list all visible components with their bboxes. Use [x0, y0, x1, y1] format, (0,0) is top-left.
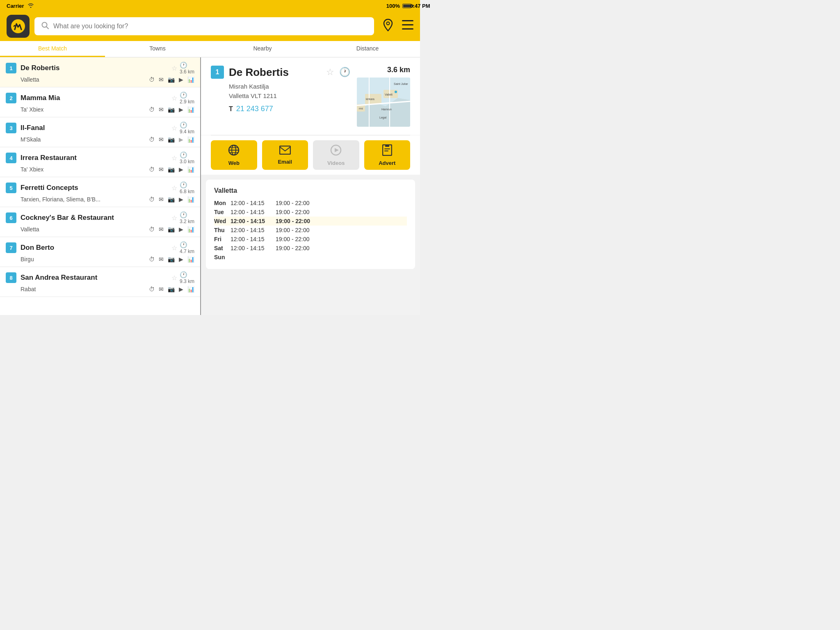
- star-icon[interactable]: ☆: [171, 94, 177, 102]
- item-badge: 2: [6, 93, 16, 103]
- location-icon[interactable]: [382, 18, 394, 34]
- hours-icon[interactable]: ⏱: [149, 226, 155, 233]
- list-item[interactable]: 7 Don Berto ☆ 🕐 4.7 km Birgu ⏱: [0, 237, 200, 267]
- chart-icon[interactable]: 📊: [187, 226, 194, 233]
- advert-button[interactable]: Advert: [364, 140, 411, 170]
- hours-icon[interactable]: ⏱: [149, 166, 155, 173]
- video-icon[interactable]: ▶: [179, 286, 183, 292]
- chart-icon[interactable]: 📊: [187, 166, 194, 173]
- star-icon[interactable]: ☆: [171, 64, 177, 72]
- email-icon[interactable]: ✉: [159, 286, 164, 292]
- email-icon[interactable]: ✉: [159, 136, 164, 143]
- web-label: Web: [228, 160, 240, 166]
- star-icon[interactable]: ☆: [171, 124, 177, 132]
- star-icon[interactable]: ☆: [171, 154, 177, 162]
- chart-icon[interactable]: 📊: [187, 76, 194, 83]
- tab-distance[interactable]: Distance: [315, 41, 420, 57]
- action-buttons: Web Email Videos: [201, 135, 420, 175]
- email-icon[interactable]: ✉: [159, 166, 164, 173]
- hours-open1: [231, 253, 276, 262]
- detail-star-icon[interactable]: ☆: [326, 67, 334, 78]
- video-icon[interactable]: ▶: [179, 196, 183, 203]
- email-button[interactable]: Email: [262, 140, 308, 170]
- photo-icon[interactable]: 📷: [168, 256, 175, 262]
- list-item[interactable]: 6 Cockney's Bar & Restaurant ☆ 🕐 3.2 km …: [0, 207, 200, 237]
- chart-icon[interactable]: 📊: [187, 286, 194, 292]
- video-icon[interactable]: ▶: [179, 136, 183, 143]
- list-item[interactable]: 4 Irrera Restaurant ☆ 🕐 3.0 km Ta' Xbiex: [0, 147, 200, 177]
- video-icon[interactable]: ▶: [179, 256, 183, 262]
- video-icon[interactable]: ▶: [179, 76, 183, 83]
- email-icon[interactable]: ✉: [159, 196, 164, 203]
- videos-button[interactable]: Videos: [313, 140, 359, 170]
- search-input[interactable]: [53, 23, 368, 30]
- photo-icon[interactable]: 📷: [168, 106, 175, 113]
- hours-icon[interactable]: ⏱: [149, 196, 155, 203]
- detail-address-line2: Valletta VLT 1211: [229, 91, 350, 101]
- list-item[interactable]: 2 Mamma Mia ☆ 🕐 2.9 km Ta' Xbiex ⏱: [0, 87, 200, 117]
- detail-header: 1 De Robertis ☆ 🕐 Misrah Kastilja Vallet…: [201, 57, 420, 135]
- email-label: Email: [278, 159, 292, 165]
- chart-icon[interactable]: 📊: [187, 196, 194, 203]
- item-location: Valletta: [21, 226, 39, 233]
- star-icon[interactable]: ☆: [171, 184, 177, 192]
- list-item[interactable]: 3 Il-Fanal ☆ 🕐 9.4 km M'Skala ⏱: [0, 117, 200, 147]
- video-icon[interactable]: ▶: [179, 166, 183, 173]
- svg-rect-3: [402, 20, 413, 21]
- hours-icon[interactable]: ⏱: [149, 76, 155, 83]
- item-name: Ferretti Concepts: [21, 184, 78, 192]
- video-icon[interactable]: ▶: [179, 226, 183, 233]
- svg-rect-30: [385, 145, 389, 147]
- star-icon[interactable]: ☆: [171, 244, 177, 252]
- detail-name: De Robertis: [229, 66, 289, 79]
- email-icon[interactable]: ✉: [159, 226, 164, 233]
- detail-map[interactable]: kirkara Vallett rmi Hamrun Legal Saint J…: [357, 78, 410, 127]
- photo-icon[interactable]: 📷: [168, 226, 175, 233]
- email-icon[interactable]: ✉: [159, 76, 164, 83]
- status-bar: Carrier 6:47 PM 100%: [0, 0, 420, 11]
- chart-icon[interactable]: 📊: [187, 136, 194, 143]
- photo-icon[interactable]: 📷: [168, 166, 175, 173]
- svg-text:rmi: rmi: [359, 107, 363, 110]
- list-item[interactable]: 1 De Robertis ☆ 🕐 3.6 km Valletta ⏱: [0, 57, 200, 87]
- tab-towns[interactable]: Towns: [105, 41, 210, 57]
- item-location: M'Skala: [21, 136, 41, 143]
- photo-icon[interactable]: 📷: [168, 286, 175, 292]
- web-button[interactable]: Web: [211, 140, 257, 170]
- list-item[interactable]: 5 Ferretti Concepts ☆ 🕐 6.8 km Tarxien, …: [0, 177, 200, 207]
- item-name: Don Berto: [21, 244, 54, 252]
- hours-icon[interactable]: ⏱: [149, 136, 155, 143]
- star-icon[interactable]: ☆: [171, 274, 177, 282]
- item-location: Ta' Xbiex: [21, 106, 43, 113]
- tab-nearby[interactable]: Nearby: [210, 41, 315, 57]
- photo-icon[interactable]: 📷: [168, 136, 175, 143]
- video-icon[interactable]: ▶: [179, 106, 183, 113]
- tab-best-match[interactable]: Best Match: [0, 41, 105, 57]
- hours-icon[interactable]: ⏱: [149, 106, 155, 113]
- email-icon[interactable]: ✉: [159, 106, 164, 113]
- hours-open1: 12:00 - 14:15: [231, 235, 276, 244]
- email-icon[interactable]: ✉: [159, 256, 164, 262]
- app-logo[interactable]: [7, 15, 30, 38]
- hours-icon[interactable]: ⏱: [149, 286, 155, 292]
- detail-phone[interactable]: 21 243 677: [236, 105, 273, 113]
- list-item[interactable]: 8 San Andrea Restaurant ☆ 🕐 9.3 km Rabat: [0, 267, 200, 297]
- hours-day: Mon: [214, 199, 231, 208]
- svg-text:kirkara: kirkara: [366, 98, 374, 100]
- svg-rect-4: [402, 24, 413, 25]
- svg-rect-5: [402, 28, 413, 30]
- detail-address-line1: Misrah Kastilja: [229, 82, 350, 91]
- menu-icon[interactable]: [402, 20, 413, 33]
- clock-icon: 🕐: [180, 241, 187, 248]
- photo-icon[interactable]: 📷: [168, 76, 175, 83]
- hours-icon[interactable]: ⏱: [149, 256, 155, 262]
- detail-badge: 1: [211, 66, 224, 79]
- star-icon[interactable]: ☆: [171, 214, 177, 222]
- detail-address: Misrah Kastilja Valletta VLT 1211: [229, 82, 350, 100]
- chart-icon[interactable]: 📊: [187, 106, 194, 113]
- svg-point-2: [387, 22, 390, 25]
- chart-icon[interactable]: 📊: [187, 256, 194, 262]
- search-bar[interactable]: [34, 17, 374, 35]
- item-location: Valletta: [21, 76, 39, 83]
- photo-icon[interactable]: 📷: [168, 196, 175, 203]
